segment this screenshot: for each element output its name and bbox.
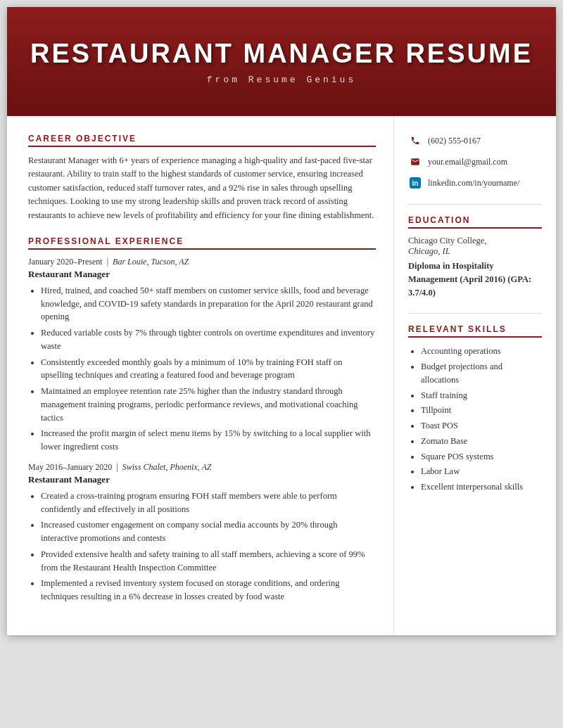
- job-1-date: January 2020–Present: [28, 257, 103, 267]
- email-icon: [408, 155, 422, 169]
- skill-5: Toast POS: [421, 419, 542, 433]
- edu-city: Chicago, IL: [408, 246, 542, 257]
- skills-section: Relevant Skills Accounting operations Bu…: [408, 324, 542, 494]
- header-content: RESTAURANT MANAGER RESUME from Resume Ge…: [7, 7, 556, 116]
- skill-8: Labor Law: [421, 465, 542, 478]
- career-objective-text: Restaurant Manager with 6+ years of expe…: [28, 154, 376, 222]
- resume-subtitle: from Resume Genius: [207, 75, 356, 85]
- contact-divider: [408, 204, 542, 205]
- skill-1: Accounting operations: [421, 345, 542, 358]
- job-2-bullet-1: Created a cross-training program ensurin…: [41, 490, 376, 516]
- professional-experience-section: Professional Experience January 2020–Pre…: [28, 236, 376, 604]
- right-column: (602) 555-0167 your.email@gmail.com in: [394, 116, 556, 635]
- phone-item: (602) 555-0167: [408, 134, 542, 148]
- job-1-bullet-4: Maintained an employee retention rate 25…: [41, 385, 376, 424]
- email-item: your.email@gmail.com: [408, 155, 542, 169]
- job-2-date: May 2016–January 2020: [28, 462, 112, 472]
- job-2-header: May 2016–January 2020 | Swiss Chalet, Ph…: [28, 462, 376, 473]
- job-2-bullets: Created a cross-training program ensurin…: [28, 490, 376, 604]
- professional-experience-title: Professional Experience: [28, 236, 376, 250]
- job-1-bullet-3: Consistently exceeded monthly goals by a…: [41, 356, 376, 383]
- career-objective-section: Career Objective Restaurant Manager with…: [28, 134, 376, 222]
- linkedin-letter: in: [412, 179, 419, 187]
- education-section: Education Chicago City College, Chicago,…: [408, 215, 542, 299]
- contact-section: (602) 555-0167 your.email@gmail.com in: [408, 134, 542, 190]
- skill-4: Tillpoint: [421, 404, 542, 417]
- main-content: Career Objective Restaurant Manager with…: [7, 116, 556, 635]
- career-objective-title: Career Objective: [28, 134, 376, 147]
- job-1-bullet-2: Reduced variable costs by 7% through tig…: [41, 326, 376, 353]
- job-1-company: Bar Louie: [113, 257, 146, 267]
- skills-list: Accounting operations Budget projections…: [408, 345, 542, 494]
- skill-3: Staff training: [421, 389, 542, 402]
- job-1-bullet-1: Hired, trained, and coached 50+ staff me…: [41, 284, 376, 324]
- skill-2: Budget projections and allocations: [421, 360, 542, 387]
- job-2-bullet-3: Provided extensive health and safety tra…: [41, 548, 376, 575]
- skill-6: Zomato Base: [421, 435, 542, 448]
- job-2-title: Restaurant Manager: [28, 474, 376, 485]
- edu-degree: Diploma in Hospitality Management (April…: [408, 260, 542, 299]
- header: RESTAURANT MANAGER RESUME from Resume Ge…: [7, 7, 556, 116]
- linkedin-item: in linkedin.com/in/yourname/: [408, 176, 542, 190]
- resume-wrapper: RESTAURANT MANAGER RESUME from Resume Ge…: [7, 7, 556, 635]
- edu-school: Chicago City College,: [408, 236, 542, 246]
- education-title: Education: [408, 215, 542, 229]
- resume-title: RESTAURANT MANAGER RESUME: [30, 39, 533, 69]
- job-2-company: Swiss Chalet: [122, 462, 166, 472]
- skill-7: Square POS systems: [421, 450, 542, 464]
- education-divider: [408, 313, 542, 314]
- phone-text: (602) 555-0167: [428, 136, 481, 146]
- job-2: May 2016–January 2020 | Swiss Chalet, Ph…: [28, 462, 376, 604]
- job-1-location: Tucson, AZ: [151, 257, 189, 267]
- email-text: your.email@gmail.com: [428, 157, 507, 167]
- job-1-bullets: Hired, trained, and coached 50+ staff me…: [28, 284, 376, 454]
- job-1-bullet-5: Increased the profit margin of select me…: [41, 427, 376, 454]
- job-2-location: Phoenix, AZ: [170, 462, 211, 472]
- job-2-bullet-4: Implemented a revised inventory system f…: [41, 577, 376, 604]
- skills-title: Relevant Skills: [408, 324, 542, 338]
- linkedin-icon: in: [408, 176, 422, 190]
- skill-9: Excellent interpersonal skills: [421, 480, 542, 494]
- job-1-header: January 2020–Present | Bar Louie, Tucson…: [28, 257, 376, 267]
- phone-icon: [408, 134, 422, 148]
- job-1: January 2020–Present | Bar Louie, Tucson…: [28, 257, 376, 454]
- left-column: Career Objective Restaurant Manager with…: [7, 116, 394, 635]
- linkedin-text: linkedin.com/in/yourname/: [428, 178, 519, 189]
- job-1-title: Restaurant Manager: [28, 269, 376, 280]
- job-2-bullet-2: Increased customer engagement on company…: [41, 518, 376, 545]
